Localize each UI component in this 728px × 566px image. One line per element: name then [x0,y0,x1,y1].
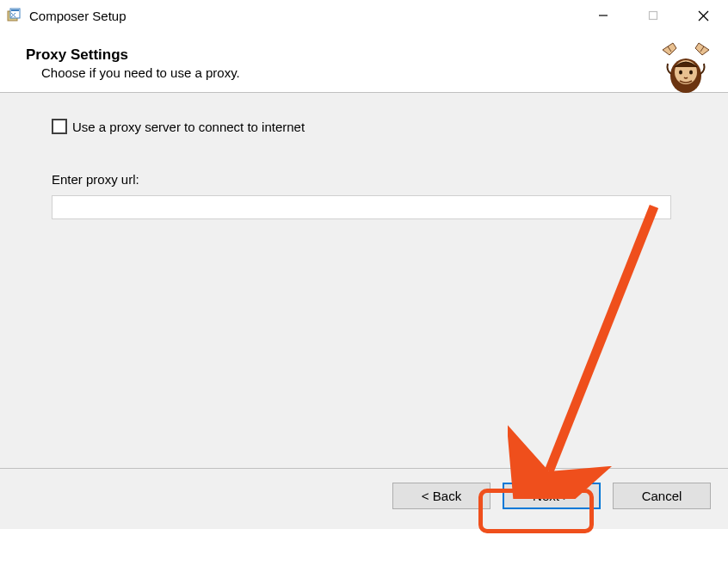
next-button[interactable]: Next > [503,483,601,509]
page-subtitle: Choose if you need to use a proxy. [41,65,707,80]
content-area: Use a proxy server to connect to interne… [0,93,728,469]
proxy-checkbox-row[interactable]: Use a proxy server to connect to interne… [52,119,676,134]
maximize-button [628,0,678,31]
back-button[interactable]: < Back [392,483,490,509]
svg-rect-4 [650,12,657,20]
wizard-header: Proxy Settings Choose if you need to use… [0,31,728,93]
maximize-icon [648,10,658,21]
window-title: Composer Setup [29,9,578,23]
window-controls [578,0,728,31]
close-icon [698,10,709,22]
composer-logo [656,40,716,100]
cancel-button[interactable]: Cancel [613,483,711,509]
wizard-footer: < Back Next > Cancel [0,469,728,529]
minimize-button[interactable] [578,0,628,31]
titlebar: Composer Setup [0,0,728,31]
svg-point-10 [689,71,693,75]
proxy-checkbox[interactable] [52,119,67,134]
app-icon [5,7,22,24]
close-button[interactable] [678,0,728,31]
svg-point-9 [679,71,682,75]
svg-rect-2 [11,9,19,11]
proxy-url-input[interactable] [52,195,671,219]
minimize-icon [598,10,608,21]
proxy-checkbox-label: Use a proxy server to connect to interne… [72,120,305,134]
proxy-url-label: Enter proxy url: [52,172,676,187]
page-title: Proxy Settings [26,46,707,64]
